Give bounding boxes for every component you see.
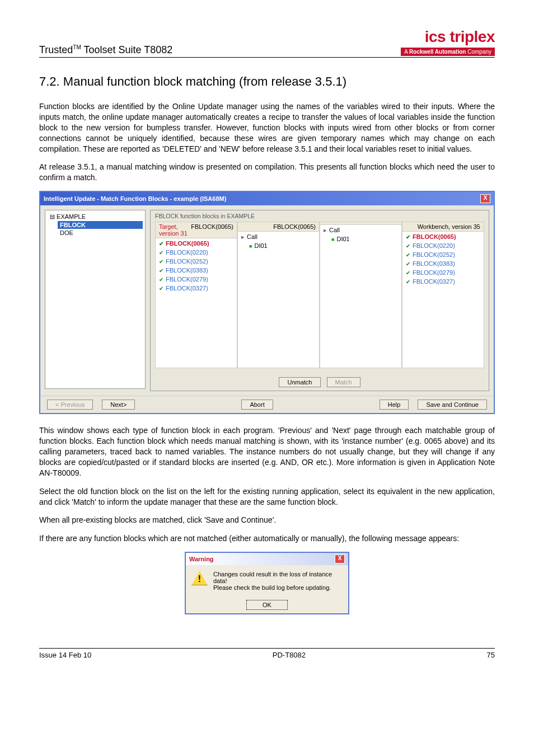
- logo-block: ics triplex A Rockwell Automation Compan…: [401, 28, 495, 56]
- ok-button[interactable]: OK: [246, 600, 288, 610]
- dialog-title-text: Intelligent Update - Match Function Bloc…: [44, 195, 226, 202]
- paragraph-3: This window shows each type of function …: [39, 425, 495, 478]
- logo-subtitle: A Rockwell Automation Company: [401, 48, 495, 56]
- warning-dialog: Warning X ! Changes could result in the …: [185, 552, 349, 614]
- paragraph-2: At release 3.5.1, a manual matching wind…: [39, 162, 495, 183]
- tree-item-fblock[interactable]: FBLOCK: [58, 221, 143, 229]
- fb-item[interactable]: FBLOCK(0327): [406, 278, 480, 287]
- target-detail: FBLOCK(0065) Call DI01: [237, 222, 320, 368]
- previous-button[interactable]: < Previous: [47, 400, 93, 410]
- help-button[interactable]: Help: [380, 400, 409, 410]
- save-continue-button[interactable]: Save and Continue: [418, 400, 487, 410]
- fb-item[interactable]: FBLOCK(0327): [159, 284, 233, 293]
- tree-pane[interactable]: ⊟ EXAMPLE FBLOCK DOE: [45, 210, 146, 389]
- content-title: FBLOCK function blocks in EXAMPLE: [155, 213, 484, 219]
- paragraph-5: When all pre-existing blocks are matched…: [39, 515, 495, 525]
- logo-text: ics triplex: [401, 28, 495, 46]
- fb-item[interactable]: FBLOCK(0252): [159, 257, 233, 266]
- fb-item[interactable]: FBLOCK(0220): [406, 242, 480, 251]
- dialog-titlebar: Intelligent Update - Match Function Bloc…: [40, 192, 494, 205]
- warning-icon: !: [191, 571, 208, 585]
- paragraph-4: Select the old function block on the lis…: [39, 486, 495, 508]
- paragraph-1: Function blocks are identified by the On…: [39, 101, 495, 154]
- workbench-detail: Call DI01: [320, 222, 402, 368]
- warning-title: Warning: [189, 556, 214, 562]
- fb-item[interactable]: FBLOCK(0220): [159, 248, 233, 257]
- page-header: TrustedTM Toolset Suite T8082 ics triple…: [39, 28, 495, 58]
- target-selected-head: FBLOCK(0065): [191, 223, 233, 237]
- abort-button[interactable]: Abort: [241, 400, 273, 410]
- workbench-list[interactable]: Workbench, version 35 FBLOCK(0065) FBLOC…: [402, 222, 484, 368]
- var-row: DI01: [249, 242, 316, 251]
- fb-item[interactable]: FBLOCK(0383): [406, 260, 480, 269]
- section-heading: 7.2. Manual function block matching (fro…: [39, 74, 495, 89]
- call-row: Call: [241, 233, 316, 242]
- tree-item-doe[interactable]: DOE: [58, 229, 143, 237]
- footer-mid: PD-T8082: [273, 651, 306, 659]
- tree-root[interactable]: ⊟ EXAMPLE: [48, 213, 143, 221]
- fb-item[interactable]: FBLOCK(0383): [159, 266, 233, 275]
- call-row: Call: [324, 226, 398, 235]
- fb-item-selected[interactable]: FBLOCK(0065): [406, 233, 480, 242]
- fb-item[interactable]: FBLOCK(0279): [159, 275, 233, 284]
- match-dialog: Intelligent Update - Match Function Bloc…: [39, 191, 495, 414]
- workbench-version: Workbench, version 35: [418, 223, 480, 230]
- target-version: Target, version 31: [159, 223, 191, 237]
- match-button[interactable]: Match: [327, 377, 360, 387]
- next-button[interactable]: Next>: [102, 400, 135, 410]
- product-suffix: Toolset Suite T8082: [81, 44, 172, 55]
- fb-item[interactable]: FBLOCK(0252): [406, 251, 480, 260]
- warning-text: Changes could result in the loss of inst…: [213, 571, 343, 591]
- product-title: TrustedTM Toolset Suite T8082: [39, 44, 172, 56]
- fb-item[interactable]: FBLOCK(0279): [406, 269, 480, 278]
- paragraph-6: If there are any function blocks which a…: [39, 533, 495, 544]
- close-icon[interactable]: X: [335, 555, 345, 564]
- fb-item-selected[interactable]: FBLOCK(0065): [159, 240, 233, 248]
- footer-right: 75: [487, 651, 495, 659]
- target-list[interactable]: Target, version 31 FBLOCK(0065) FBLOCK(0…: [155, 222, 237, 368]
- content-pane: FBLOCK function blocks in EXAMPLE Target…: [150, 210, 489, 391]
- var-row: DI01: [331, 235, 398, 244]
- trademark: TM: [73, 44, 81, 50]
- product-name: Trusted: [39, 44, 73, 55]
- footer-left: Issue 14 Feb 10: [39, 651, 91, 659]
- unmatch-button[interactable]: Unmatch: [279, 377, 320, 387]
- page-footer: Issue 14 Feb 10 PD-T8082 75: [39, 648, 495, 659]
- close-icon[interactable]: X: [480, 194, 490, 203]
